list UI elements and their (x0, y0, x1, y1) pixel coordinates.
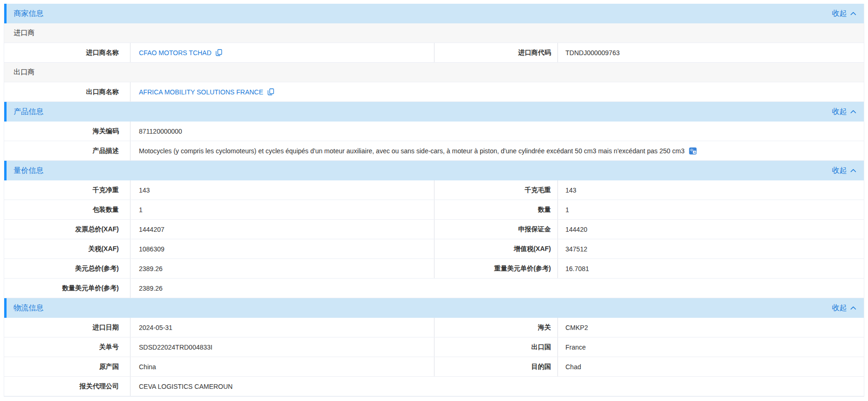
section-accent-bar (4, 298, 7, 318)
chevron-up-icon (850, 306, 856, 310)
field-row: 出口商名称AFRICA MOBILITY SOLUTIONS FRANCE (4, 82, 864, 102)
chevron-up-icon (850, 12, 856, 15)
field-label: 海关 (434, 318, 558, 337)
value-text: France (565, 344, 586, 351)
field-row: 关税(XAF)1086309增值税(XAF)347512 (4, 239, 864, 259)
field-label: 数量美元单价(参考) (4, 279, 130, 298)
field-label: 原产国 (4, 357, 130, 376)
value-text: 1 (565, 206, 569, 214)
field-value: CFAO MOTORS TCHAD (130, 43, 434, 62)
field-label: 进口商代码 (434, 43, 558, 62)
field-label: 目的国 (434, 357, 558, 376)
section-accent-bar (4, 161, 7, 180)
collapse-button[interactable]: 收起 (832, 166, 864, 176)
field-label: 千克净重 (4, 180, 130, 200)
link-value[interactable]: CFAO MOTORS TCHAD (139, 49, 211, 57)
field-row: 发票总价(XAF)1444207申报保证金144420 (4, 220, 864, 239)
value-text: Chad (565, 363, 581, 371)
field-value: 2389.26 (130, 259, 434, 278)
field-value: AFRICA MOBILITY SOLUTIONS FRANCE (130, 82, 864, 101)
field-label: 增值税(XAF) (434, 239, 558, 258)
section-title: 商家信息 (14, 9, 43, 19)
field-label: 关单号 (4, 337, 130, 357)
field-value: 1444207 (130, 220, 434, 239)
collapse-label: 收起 (832, 303, 847, 313)
field-label: 报关代理公司 (4, 377, 130, 396)
field-value: 143 (558, 180, 864, 200)
section-title: 产品信息 (14, 107, 43, 117)
section-title: 物流信息 (14, 303, 43, 313)
field-label: 海关编码 (4, 122, 130, 141)
field-value: 1 (130, 200, 434, 219)
field-label: 进口商名称 (4, 43, 130, 62)
field-row: 包装数量1数量1 (4, 200, 864, 220)
section-accent-bar (4, 4, 7, 23)
chevron-up-icon (850, 169, 856, 172)
value-text: 143 (139, 186, 150, 194)
field-row: 报关代理公司CEVA LOGISTICS CAMEROUN (4, 377, 864, 396)
link-value[interactable]: AFRICA MOBILITY SOLUTIONS FRANCE (139, 88, 263, 96)
translate-icon[interactable]: 中A (689, 147, 697, 155)
collapse-label: 收起 (832, 166, 847, 176)
field-label: 重量美元单价(参考) (434, 259, 558, 278)
field-row: 数量美元单价(参考)2389.26 (4, 279, 864, 298)
copy-icon[interactable] (216, 49, 222, 56)
field-value: 2024-05-31 (130, 318, 434, 337)
trade-detail-panel: 商家信息收起进口商进口商名称CFAO MOTORS TCHAD进口商代码TDND… (4, 4, 864, 397)
value-text: SDSD22024TRD004833I (139, 344, 212, 351)
collapse-button[interactable]: 收起 (832, 9, 864, 19)
field-value: 16.7081 (558, 259, 864, 278)
collapse-button[interactable]: 收起 (832, 303, 864, 313)
field-row: 千克净重143千克毛重143 (4, 180, 864, 200)
field-value: 1 (558, 200, 864, 219)
chevron-up-icon (850, 110, 856, 114)
section-accent-bar (4, 102, 7, 122)
field-value: CEVA LOGISTICS CAMEROUN (130, 377, 864, 396)
field-value: 1086309 (130, 239, 434, 258)
field-row: 进口日期2024-05-31海关CMKP2 (4, 318, 864, 337)
value-text: CEVA LOGISTICS CAMEROUN (139, 383, 232, 390)
copy-icon[interactable] (268, 88, 274, 95)
collapse-label: 收起 (832, 107, 847, 117)
value-text: CMKP2 (565, 324, 588, 331)
section-header: 量价信息收起 (4, 161, 864, 180)
field-value: 871120000000 (130, 122, 864, 141)
value-text: 144420 (565, 226, 587, 233)
field-row: 产品描述Motocycles (y compris les cyclomoteu… (4, 141, 864, 161)
field-value: TDNDJ000009763 (558, 43, 864, 62)
field-label: 包装数量 (4, 200, 130, 219)
field-value: 2389.26 (130, 279, 864, 298)
value-text: 2389.26 (139, 285, 163, 292)
value-text: 1086309 (139, 245, 165, 253)
field-row: 关单号SDSD22024TRD004833I出口国France (4, 337, 864, 357)
section-header: 产品信息收起 (4, 102, 864, 122)
field-label: 关税(XAF) (4, 239, 130, 258)
field-label: 数量 (434, 200, 558, 219)
section-title: 量价信息 (14, 166, 43, 176)
svg-text:A: A (694, 150, 696, 154)
field-value: Chad (558, 357, 864, 376)
field-label: 出口商名称 (4, 82, 130, 101)
collapse-button[interactable]: 收起 (832, 107, 864, 117)
field-label: 产品描述 (4, 141, 130, 160)
collapse-label: 收起 (832, 9, 847, 19)
field-label: 发票总价(XAF) (4, 220, 130, 239)
field-row: 美元总价(参考)2389.26重量美元单价(参考)16.7081 (4, 259, 864, 279)
field-value: Motocycles (y compris les cyclomoteurs) … (130, 141, 864, 160)
value-text: TDNDJ000009763 (565, 49, 620, 57)
value-text: 2389.26 (139, 265, 163, 272)
value-text: 143 (565, 186, 576, 194)
value-text: 871120000000 (139, 128, 182, 135)
field-value: CMKP2 (558, 318, 864, 337)
field-value: 143 (130, 180, 434, 200)
field-row: 原产国China目的国Chad (4, 357, 864, 377)
field-label: 出口国 (434, 337, 558, 357)
subsection-header: 进口商 (4, 23, 864, 43)
field-value: China (130, 357, 434, 376)
field-label: 千克毛重 (434, 180, 558, 200)
value-text: 1444207 (139, 226, 165, 233)
field-row: 进口商名称CFAO MOTORS TCHAD进口商代码TDNDJ00000976… (4, 43, 864, 63)
field-value: France (558, 337, 864, 357)
section-header: 物流信息收起 (4, 298, 864, 318)
field-value: 144420 (558, 220, 864, 239)
